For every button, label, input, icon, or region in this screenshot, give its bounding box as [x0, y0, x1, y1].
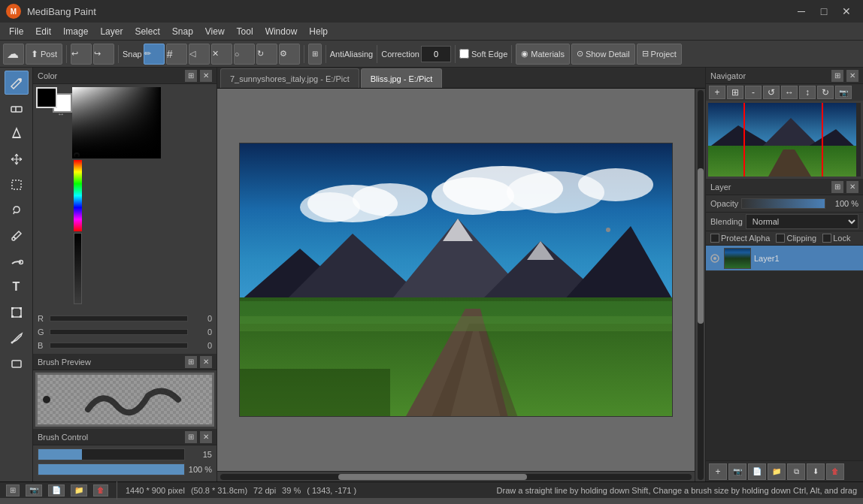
nav-zoom-in[interactable]: + [709, 86, 725, 99]
protect-alpha-checkbox-label[interactable]: Protect Alpha [710, 234, 770, 243]
eyedropper-tool[interactable] [5, 224, 29, 248]
soft-edge-checkbox-label[interactable]: Soft Edge [459, 49, 507, 59]
snap-rotate-button[interactable]: ↻ [256, 44, 277, 65]
layer-folder-btn[interactable]: 📁 [768, 463, 786, 480]
move-tool[interactable] [5, 147, 29, 171]
menu-layer[interactable]: Layer [94, 25, 129, 38]
protect-alpha-checkbox[interactable] [710, 234, 719, 243]
layer-import-btn[interactable]: 📄 [748, 463, 766, 480]
snap-circle-button[interactable]: ○ [234, 44, 255, 65]
menu-edit[interactable]: Edit [29, 25, 57, 38]
status-capture-btn[interactable]: 📷 [26, 484, 42, 496]
layer-panel-popout[interactable]: ⊞ [831, 181, 843, 193]
close-button[interactable]: ✕ [836, 4, 857, 19]
vscroll-track[interactable] [698, 90, 704, 480]
nav-fit-screen[interactable]: ⊞ [727, 86, 743, 99]
brush-tool[interactable] [5, 71, 29, 95]
layer-camera-btn[interactable]: 📷 [728, 463, 746, 480]
navigator-popout[interactable]: ⊞ [831, 70, 843, 82]
brush-preview-close[interactable]: ✕ [200, 356, 212, 368]
nav-screenshot[interactable]: 📷 [835, 86, 852, 99]
brush-opacity-slider[interactable] [38, 463, 185, 475]
lock-checkbox[interactable] [822, 234, 831, 243]
snap-grid-button[interactable]: # [166, 44, 187, 65]
navigator-thumbnail[interactable] [708, 103, 861, 177]
minimize-button[interactable]: ─ [791, 4, 812, 19]
nav-flip-h[interactable]: ↔ [781, 86, 798, 99]
canvas-viewport[interactable] [217, 89, 695, 471]
brush-control-popout[interactable]: ⊞ [185, 431, 197, 443]
hue-slider[interactable] [74, 160, 82, 231]
snap-pen-button[interactable]: ✏ [144, 44, 165, 65]
brush-size-slider[interactable] [38, 448, 185, 460]
project-button[interactable]: ⊟ Project [637, 44, 682, 65]
snap-arrow-button[interactable]: ◁ [189, 44, 210, 65]
swap-colors-icon[interactable]: ↔ [57, 110, 65, 118]
transform-tool[interactable] [5, 300, 29, 324]
layer-panel-close[interactable]: ✕ [846, 181, 858, 193]
layer-add-btn[interactable]: + [709, 463, 727, 480]
nav-rotate-cw[interactable]: ↻ [817, 86, 834, 99]
hscroll-track[interactable] [220, 474, 692, 480]
snap-cross-button[interactable]: ✕ [211, 44, 232, 65]
layer-merge-btn[interactable]: ⬇ [807, 463, 825, 480]
fill-tool[interactable] [5, 122, 29, 146]
nav-reset[interactable]: ↺ [763, 86, 780, 99]
hscroll-thumb[interactable] [338, 474, 527, 480]
menu-help[interactable]: Help [303, 25, 334, 38]
blue-slider[interactable] [50, 343, 188, 349]
alpha-slider[interactable] [74, 233, 82, 304]
menu-select[interactable]: Select [129, 25, 165, 38]
blending-select[interactable]: Normal [746, 214, 858, 229]
layer-visibility-layer1[interactable] [709, 252, 721, 264]
status-import-btn[interactable]: 📄 [48, 484, 65, 496]
snap-settings-button[interactable]: ⚙ [279, 44, 300, 65]
opacity-slider[interactable] [741, 198, 825, 209]
show-detail-button[interactable]: ⊙ Show Detail [571, 44, 635, 65]
undo-button[interactable]: ↩ [71, 44, 92, 65]
shape-tool[interactable] [5, 352, 29, 376]
canvas-vscroll[interactable] [695, 89, 705, 481]
status-delete-btn[interactable]: 🗑 [93, 484, 108, 496]
clipping-checkbox-label[interactable]: Clipping [776, 234, 816, 243]
menu-snap[interactable]: Snap [166, 25, 199, 38]
status-new-btn[interactable]: ⊞ [6, 484, 20, 496]
soft-edge-checkbox[interactable] [459, 49, 469, 59]
post-button[interactable]: ⬆ Post [26, 44, 62, 65]
menu-file[interactable]: File [3, 25, 29, 38]
materials-button[interactable]: ◉ Materials [516, 44, 570, 65]
menu-window[interactable]: Window [259, 25, 304, 38]
color-gradient-picker[interactable] [72, 87, 161, 158]
eraser-tool[interactable] [5, 96, 29, 120]
clipping-checkbox[interactable] [776, 234, 785, 243]
navigator-close[interactable]: ✕ [846, 70, 858, 82]
green-slider[interactable] [50, 329, 188, 335]
brush-control-close[interactable]: ✕ [200, 431, 212, 443]
menu-tool[interactable]: Tool [231, 25, 259, 38]
lasso-tool[interactable] [5, 198, 29, 222]
cloud-icon-button[interactable]: ☁ [3, 44, 24, 65]
layer-thumb-button[interactable]: ⊞ [308, 44, 322, 65]
nav-flip-v[interactable]: ↕ [799, 86, 816, 99]
lock-checkbox-label[interactable]: Lock [822, 234, 850, 243]
maximize-button[interactable]: □ [813, 4, 834, 19]
vscroll-thumb[interactable] [698, 168, 704, 324]
tab-bliss[interactable]: Bliss.jpg - E:/Pict [361, 68, 443, 88]
brush-preview-popout[interactable]: ⊞ [185, 356, 197, 368]
nav-zoom-out[interactable]: - [745, 86, 762, 99]
layer-delete-btn[interactable]: 🗑 [826, 463, 844, 480]
tab-sunnyshores[interactable]: 7_sunnyshores_italy.jpg - E:/Pict [220, 68, 359, 88]
canvas-hscroll[interactable] [217, 471, 695, 481]
text-tool[interactable]: T [5, 275, 29, 299]
select-tool[interactable] [5, 173, 29, 197]
smudge-tool[interactable] [5, 249, 29, 273]
correction-input[interactable] [421, 46, 451, 62]
status-folder-btn[interactable]: 📁 [71, 484, 87, 496]
pen-tool[interactable] [5, 326, 29, 350]
foreground-color-swatch[interactable] [36, 87, 57, 108]
color-panel-popout[interactable]: ⊞ [185, 70, 197, 82]
menu-view[interactable]: View [199, 25, 231, 38]
red-slider[interactable] [50, 315, 188, 321]
menu-image[interactable]: Image [57, 25, 94, 38]
layer-duplicate-btn[interactable]: ⧉ [787, 463, 805, 480]
